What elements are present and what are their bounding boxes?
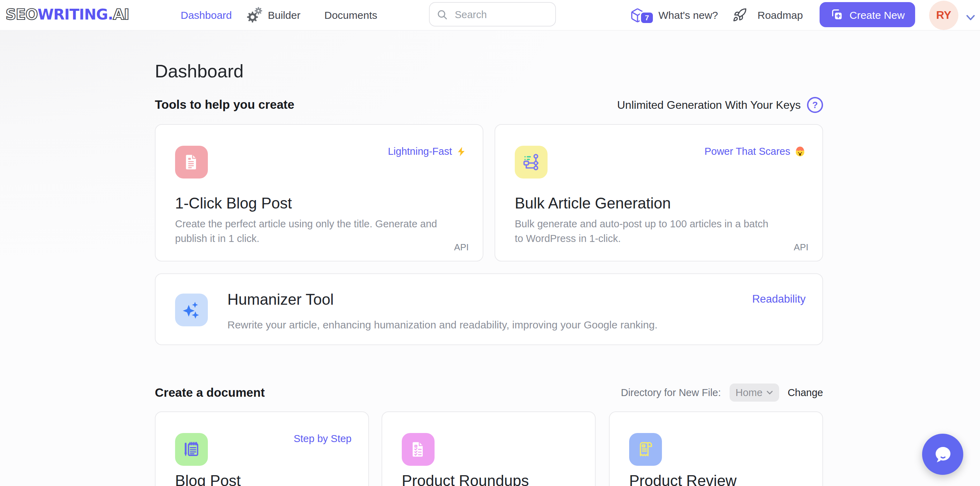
card-1-click-blog-post[interactable]: Lightning-Fast 1-Click Blog Post Create … [155, 124, 484, 262]
app-root: SEOWRITING.AI Dashboard Builder Document… [0, 0, 980, 486]
card-badge: Lightning-Fast [388, 146, 466, 157]
card-description: Create the perfect article using only th… [175, 217, 455, 245]
nav-builder[interactable]: Builder [247, 0, 300, 30]
card-humanizer-tool[interactable]: Humanizer Tool Rewrite your article, enh… [155, 273, 823, 345]
api-label: API [454, 242, 469, 253]
nav-documents[interactable]: Documents [325, 0, 377, 30]
search-input[interactable] [453, 8, 587, 21]
readability-badge[interactable]: Readability [752, 293, 806, 305]
tools-section-heading: Tools to help you create [155, 98, 294, 112]
card-title: Humanizer Tool [228, 291, 334, 309]
notepad-pen-icon [175, 433, 208, 466]
create-new-button[interactable]: Create New [819, 2, 915, 27]
unlimited-generation-note: Unlimited Generation With Your Keys ? [617, 97, 823, 113]
flowchart-icon [515, 146, 547, 178]
whats-new-count-badge: 7 [640, 11, 654, 24]
card-title: Blog Post [175, 472, 241, 486]
create-section-heading: Create a document [155, 385, 265, 400]
mind-blown-icon [794, 146, 806, 157]
card-badge: Step by Step [294, 433, 352, 444]
directory-label: Directory for New File: [621, 387, 721, 398]
card-title: Product Review [629, 472, 737, 486]
gears-icon [247, 7, 263, 23]
chat-icon [931, 442, 955, 466]
change-directory-link[interactable]: Change [788, 387, 823, 398]
card-product-review[interactable]: Product Review [609, 411, 823, 486]
card-title: Product Roundups [402, 472, 529, 486]
logo-ai: AI [113, 6, 129, 23]
api-label: API [794, 242, 808, 253]
logo-dot: . [108, 6, 113, 23]
main-content: Dashboard Tools to help you create Unlim… [0, 30, 980, 486]
avatar[interactable]: RY [929, 1, 958, 30]
chevron-down-icon[interactable] [966, 11, 975, 24]
nav-dashboard[interactable]: Dashboard [181, 0, 232, 30]
file-plus-icon [830, 8, 844, 22]
card-title: 1-Click Blog Post [175, 195, 292, 213]
chat-widget-button[interactable] [922, 434, 963, 475]
card-title: Bulk Article Generation [515, 195, 671, 213]
document-icon [175, 146, 208, 178]
search-box[interactable] [429, 2, 556, 27]
search-icon [437, 9, 448, 20]
card-description: Rewrite your article, enhancing humaniza… [228, 317, 657, 332]
logo-writing: WRITING [38, 6, 108, 23]
directory-select[interactable]: Home [729, 383, 779, 402]
rocket-icon [732, 0, 747, 30]
card-product-roundups[interactable]: Product Roundups [382, 411, 596, 486]
help-icon[interactable]: ? [807, 97, 823, 113]
card-description: Bulk generate and auto-post up to 100 ar… [515, 217, 772, 245]
lightning-icon [456, 146, 466, 157]
card-bulk-article-generation[interactable]: Power That Scares Bulk Article Generatio… [495, 124, 823, 262]
receipt-icon [629, 433, 662, 466]
navbar: SEOWRITING.AI Dashboard Builder Document… [0, 0, 980, 31]
nav-whats-new[interactable]: What's new? [659, 0, 718, 30]
sparkles-icon [175, 294, 208, 326]
brand-logo[interactable]: SEOWRITING.AI [6, 5, 129, 24]
page-title: Dashboard [155, 61, 243, 82]
card-badge: Power That Scares [705, 146, 806, 157]
chevron-down-icon [767, 391, 773, 395]
card-blog-post[interactable]: Step by Step Blog Post [155, 411, 369, 486]
logo-seo: SEO [6, 6, 38, 23]
checklist-doc-icon [402, 433, 434, 466]
nav-roadmap[interactable]: Roadmap [757, 0, 803, 30]
